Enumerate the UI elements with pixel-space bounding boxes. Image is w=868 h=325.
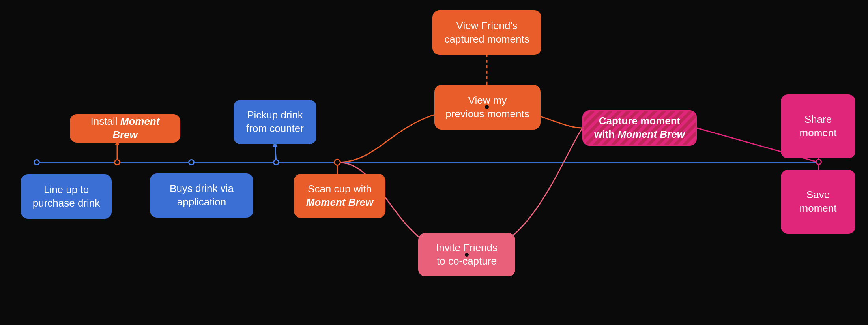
dot-scan — [334, 159, 341, 166]
diagram: Line up to purchase drink Install Moment… — [0, 0, 868, 325]
pickup-node: Pickup drinkfrom counter — [234, 100, 316, 144]
buys-drink-node: Buys drink viaapplication — [150, 173, 253, 218]
dot-pickup — [273, 159, 279, 165]
dot-end — [816, 159, 822, 165]
dot-install — [114, 159, 120, 165]
share-node: Sharemoment — [781, 94, 855, 158]
dot-branch-upper — [484, 104, 490, 110]
scan-cup-node: Scan cup withMoment Brew — [294, 174, 385, 218]
line-up-node: Line up to purchase drink — [21, 174, 112, 219]
install-node: Install Moment Brew — [70, 114, 180, 143]
save-node: Savemoment — [781, 170, 855, 234]
dot-start — [34, 159, 40, 165]
dot-buys — [188, 159, 195, 165]
view-friends-node: View Friend'scaptured moments — [432, 10, 541, 55]
capture-node: Capture momentwith Moment Brew — [582, 110, 697, 146]
dot-invite — [464, 252, 470, 258]
